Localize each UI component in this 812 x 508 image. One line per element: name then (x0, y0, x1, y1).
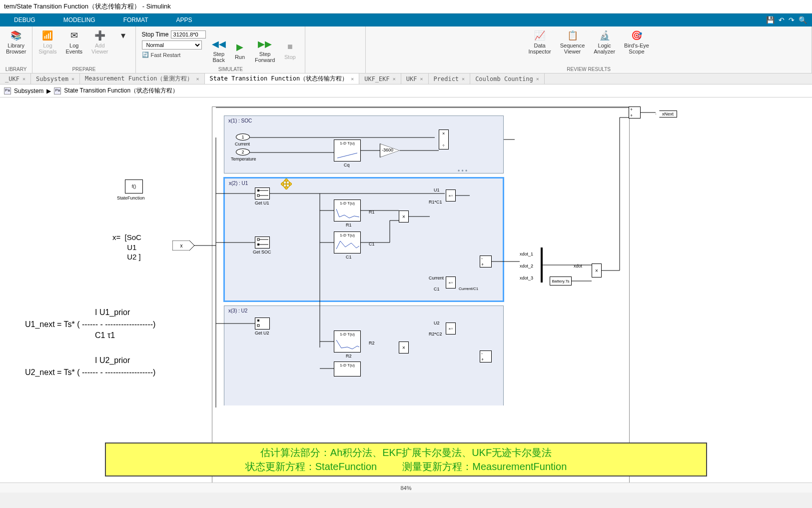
model-icon[interactable]: Pa (54, 88, 61, 94)
data-inspector-button[interactable]: 📈 Data Inspector (526, 28, 553, 56)
fast-restart-toggle[interactable]: 🔄 Fast Restart (142, 52, 206, 58)
product-soc[interactable]: ×÷ (439, 130, 449, 150)
c1-signal-2: C1 (434, 286, 440, 292)
sim-mode-select[interactable]: Normal (142, 40, 202, 50)
divide-u2[interactable]: ×÷ (446, 322, 456, 334)
close-icon[interactable]: ✕ (462, 76, 465, 82)
breadcrumb-item[interactable]: State Transition Function（状态传输方程） (64, 86, 178, 95)
eq2-mid: U2_next = Ts* ( ------ - ---------------… (25, 368, 155, 378)
svg-rect-12 (257, 238, 259, 240)
model-tab-measurement[interactable]: Measurement Function（量测方程）✕ (80, 74, 205, 84)
battery-ts-block[interactable]: Battery.Ts (550, 276, 572, 286)
close-icon[interactable]: ✕ (22, 76, 25, 82)
redo-icon[interactable]: ↷ (789, 16, 795, 24)
save-icon[interactable]: 💾 (766, 16, 775, 24)
divide-u1[interactable]: ×÷ (446, 190, 456, 202)
log-events-button[interactable]: ✉ Log Events (63, 28, 84, 56)
stop-time-label: Stop Time (142, 31, 169, 38)
step-back-button[interactable]: ◀◀ Step Back (211, 37, 227, 64)
lookup-r1[interactable]: 1-D T(u) (334, 200, 361, 222)
state-function-block[interactable]: f() (125, 180, 143, 194)
inport-current[interactable]: 1 (236, 134, 250, 140)
close-icon[interactable]: ✕ (71, 76, 74, 82)
eq1-bot: C1 τ1 (95, 330, 115, 341)
u2-signal: U2 (434, 320, 440, 326)
zoom-level[interactable]: 84% (400, 485, 411, 491)
product-r2c2[interactable]: × (399, 342, 409, 354)
r1-signal: R1 (369, 210, 375, 214)
selector-get-u2[interactable] (255, 318, 270, 330)
step-back-icon: ◀◀ (213, 38, 225, 50)
model-tab-state-transition[interactable]: State Transition Function（状态传输方程）✕ (205, 74, 360, 84)
subsys-handle-icon[interactable]: • • • (458, 168, 467, 174)
selector-get-soc[interactable] (255, 236, 270, 248)
stop-time-input[interactable] (171, 30, 206, 38)
close-icon[interactable]: ✕ (536, 76, 539, 82)
lookup-c2[interactable]: 1-D T(u) (334, 362, 361, 376)
window-title: tem/State Transition Function（状态传输方程） - … (4, 2, 171, 10)
tab-modeling[interactable]: MODELING (49, 14, 109, 26)
sequence-viewer-button[interactable]: 📋 Sequence Viewer (558, 28, 587, 56)
r2-label: R2 (346, 354, 352, 358)
search-icon[interactable]: 🔍 (799, 16, 807, 24)
gain-value: -3600 (382, 148, 393, 152)
svg-marker-4 (284, 178, 288, 181)
subsys-soc[interactable]: x(1) : SOC (224, 116, 504, 174)
group-review: 📈 Data Inspector 📋 Sequence Viewer 🔬 Log… (366, 26, 812, 73)
close-icon[interactable]: ✕ (420, 76, 423, 82)
product-xdot[interactable]: × (592, 264, 602, 278)
close-icon[interactable]: ✕ (351, 76, 354, 82)
sum-u1[interactable]: -+ (480, 256, 492, 268)
logic-analyzer-button[interactable]: 🔬 Logic Analyzer (592, 28, 617, 56)
get-soc-label: Get SOC (253, 250, 271, 254)
mux-block[interactable] (541, 248, 543, 282)
prepare-dropdown[interactable]: ▾ (115, 28, 131, 42)
current-c1-label: Current/C1 (459, 286, 478, 291)
step-forward-icon: ▶▶ (259, 38, 271, 50)
lookup-c1[interactable]: 1-D T(u) (334, 232, 361, 254)
log-signals-icon: 📶 (41, 30, 53, 42)
step-forward-button[interactable]: ▶▶ Step Forward (253, 37, 277, 64)
fast-restart-icon: 🔄 (142, 52, 149, 58)
birds-eye-button[interactable]: 🎯 Bird's-Eye Scope (622, 28, 651, 56)
lookup-r2[interactable]: 1-D T(u) (334, 330, 361, 352)
breadcrumb-item[interactable]: Subsystem (14, 88, 43, 94)
library-browser-button[interactable]: 📚 Library Browser (4, 28, 28, 56)
add-viewer-button[interactable]: ➕ Add Viewer (89, 28, 110, 56)
inport-temperature[interactable]: 2 (236, 148, 250, 156)
xdot-label: xdot (574, 264, 582, 268)
model-tab-ukf2[interactable]: UKF✕ (401, 74, 429, 84)
close-icon[interactable]: ✕ (393, 76, 396, 82)
tab-debug[interactable]: DEBUG (0, 14, 49, 26)
tab-format[interactable]: FORMAT (109, 14, 162, 26)
run-button[interactable]: ▶ Run (232, 40, 248, 61)
group-library: 📚 Library Browser LIBRARY (0, 26, 32, 73)
model-tabs-bar: _UKF✕ Subsystem✕ Measurement Function（量测… (0, 74, 812, 84)
selector-get-u1[interactable] (255, 188, 270, 200)
x-input-port[interactable]: x (172, 240, 194, 250)
divide-current-c1[interactable]: ×÷ (446, 276, 456, 288)
svg-marker-7 (289, 182, 292, 186)
tab-apps[interactable]: APPS (162, 14, 206, 26)
model-canvas[interactable]: f() StateFunction x= [SoC U1 U2 ] x I U1… (0, 98, 812, 482)
product-r1c1[interactable]: × (399, 210, 409, 222)
lookup-cq[interactable]: 1-D T(u) (334, 140, 361, 162)
svg-rect-13 (257, 244, 259, 246)
toolstrip: 📚 Library Browser LIBRARY 📶 Log Signals … (0, 26, 812, 74)
model-icon[interactable]: Pa (4, 88, 11, 94)
model-tab-predict[interactable]: Predict✕ (429, 74, 471, 84)
undo-icon[interactable]: ↶ (779, 16, 785, 24)
xnext-outport[interactable]: xNext (656, 110, 677, 118)
close-icon[interactable]: ✕ (196, 76, 199, 82)
sum-u2[interactable]: -+ (480, 350, 492, 362)
model-tab-subsystem[interactable]: Subsystem✕ (31, 74, 80, 84)
svg-rect-17 (257, 324, 259, 326)
r1-label: R1 (346, 222, 352, 228)
stop-button[interactable]: ■ Stop (282, 40, 298, 61)
model-tab-coulomb[interactable]: Coulomb Counting✕ (470, 74, 545, 84)
model-tab-ukf-ekf[interactable]: UKF_EKF✕ (359, 74, 401, 84)
sum-xnext[interactable]: ++ (629, 106, 641, 118)
model-tab-ukf[interactable]: _UKF✕ (0, 74, 31, 84)
log-signals-button[interactable]: 📶 Log Signals (36, 28, 58, 56)
xdot3-label: xdot_3 (520, 276, 533, 280)
